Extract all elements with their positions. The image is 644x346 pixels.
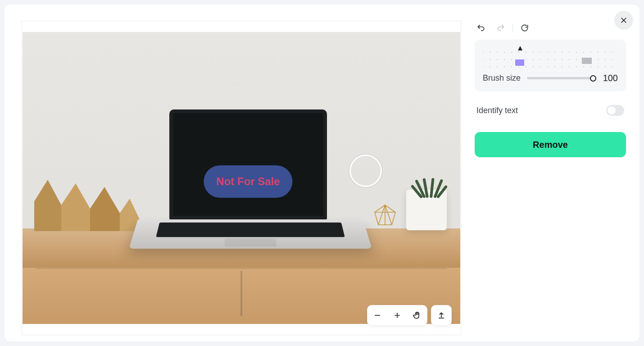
settings-panel: Brush size 100 Identify text Remove	[461, 5, 639, 341]
scene-laptop: Not For Sale	[138, 109, 363, 272]
pointer-icon	[518, 46, 522, 50]
undo-button[interactable]	[475, 22, 487, 34]
brush-preview	[483, 47, 618, 68]
undo-icon	[476, 23, 485, 32]
identify-text-toggle[interactable]	[606, 105, 624, 116]
canvas-frame: Not For Sale	[22, 21, 461, 335]
editor-window: Not For Sale	[5, 5, 639, 341]
upload-icon	[437, 311, 446, 320]
brush-size-label: Brush size	[483, 73, 521, 83]
scene-organizer	[34, 172, 142, 231]
remove-button[interactable]: Remove	[475, 132, 626, 157]
hand-icon	[413, 311, 422, 320]
remove-button-label: Remove	[533, 140, 568, 150]
brush-size-slider[interactable]	[527, 74, 594, 83]
scene-geometric-ornament	[373, 204, 397, 229]
canvas-area: Not For Sale	[5, 5, 461, 341]
identify-text-row: Identify text	[475, 101, 626, 119]
minus-icon	[373, 311, 382, 320]
history-controls	[475, 22, 626, 34]
redo-button[interactable]	[494, 22, 507, 34]
zoom-out-button[interactable]	[367, 305, 387, 325]
divider	[512, 23, 513, 32]
selection-overlay[interactable]: Not For Sale	[204, 165, 292, 198]
svg-marker-1	[61, 183, 90, 231]
brush-sample-icon	[515, 59, 524, 66]
zoom-toolbar	[367, 305, 452, 326]
scene-plant	[404, 165, 448, 198]
svg-marker-2	[90, 187, 120, 231]
identify-text-label: Identify text	[476, 106, 518, 115]
reset-button[interactable]	[518, 22, 531, 34]
overlay-text: Not For Sale	[216, 175, 280, 187]
slider-thumb[interactable]	[590, 75, 596, 82]
close-icon	[620, 16, 628, 24]
image-stage[interactable]: Not For Sale	[23, 32, 460, 324]
brush-cursor-icon	[349, 155, 382, 187]
zoom-in-button[interactable]	[387, 305, 407, 325]
plus-icon	[393, 311, 402, 320]
brush-size-value: 100	[601, 73, 618, 83]
export-button[interactable]	[431, 305, 451, 325]
close-button[interactable]	[614, 11, 633, 30]
redo-icon	[496, 23, 505, 32]
brush-preview-card: Brush size 100	[475, 40, 626, 91]
refresh-icon	[520, 23, 529, 32]
pan-button[interactable]	[407, 305, 427, 325]
svg-marker-0	[34, 180, 61, 231]
eraser-sample-icon	[582, 58, 592, 64]
